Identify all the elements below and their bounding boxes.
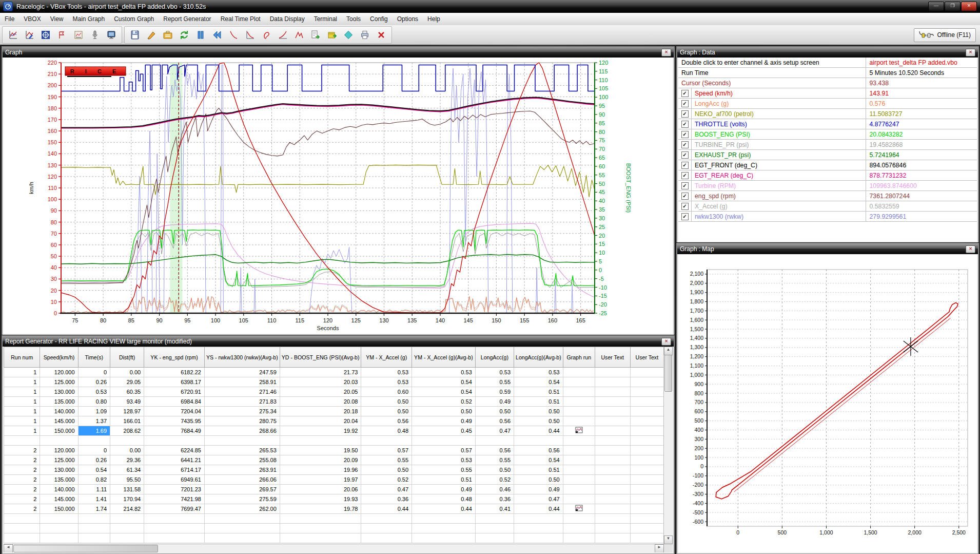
cell[interactable]: 0.48 [412,494,476,504]
channel-checkbox[interactable]: ✓ [681,90,689,97]
cell[interactable] [563,485,595,494]
print-icon[interactable] [358,28,372,42]
channel-checkbox[interactable]: ✓ [681,203,689,210]
cell[interactable]: 135.000 [40,397,78,407]
channel-checkbox[interactable]: ✓ [681,182,689,189]
cell[interactable]: 0.50 [361,397,412,407]
cell[interactable]: 0.50 [475,465,514,475]
cell[interactable] [514,533,563,543]
report-panel-titlebar[interactable]: Report Generator - RR LIFE RACING VIEW l… [3,336,674,347]
cell[interactable]: 0.41 [475,504,514,514]
scroll-left-icon[interactable]: ◄ [4,544,13,552]
cell[interactable]: 1.41 [78,494,110,504]
marker-edit-icon[interactable] [144,28,159,42]
cell[interactable] [630,533,663,543]
cell[interactable]: 0.51 [514,387,563,397]
cell[interactable]: 0.47 [475,426,514,436]
cell[interactable]: 29.36 [110,455,144,465]
cell[interactable] [110,524,144,533]
cell[interactable]: 0.55 [361,455,412,465]
channel-row-rwkw1300[interactable]: ✓rwkw1300 (rwkw)279.9299561 [678,212,977,222]
cell[interactable]: 0.56 [361,416,412,426]
cell[interactable]: 0.49 [412,416,476,426]
cell[interactable]: 1 [4,368,40,377]
cell[interactable] [563,455,595,465]
cell[interactable] [630,504,663,514]
cell[interactable]: 0.51 [514,397,563,407]
cell[interactable]: 0.60 [361,387,412,397]
cell[interactable] [4,436,40,446]
cell[interactable]: 0.49 [475,397,514,407]
cell[interactable] [514,524,563,533]
data-panel-titlebar[interactable]: Graph : Data ✕ [677,47,978,58]
cell[interactable]: 0.54 [514,377,563,387]
cell[interactable] [595,485,630,494]
cell[interactable]: 0.44 [514,426,563,436]
cell[interactable]: 0.52 [412,397,476,407]
cell[interactable]: 150.000 [40,504,78,514]
menu-item-view[interactable]: View [46,13,68,25]
cell[interactable]: 95.50 [110,475,144,485]
cell[interactable]: 130.000 [40,387,78,397]
cell[interactable]: 2 [4,446,40,455]
cell[interactable] [514,436,563,446]
cell[interactable] [514,514,563,524]
cell[interactable]: 0.54 [412,377,476,387]
cell[interactable] [563,436,595,446]
report-chart-icon[interactable] [71,28,86,42]
toolbox-icon[interactable] [161,28,175,42]
column-header-1[interactable]: Speed(km/h) [40,347,78,368]
cell[interactable]: 135.000 [40,475,78,485]
cell[interactable]: 208.62 [110,426,144,436]
menu-item-report-generator[interactable]: Report Generator [159,13,215,25]
scroll-down-icon[interactable]: ▼ [664,536,673,544]
column-header-13[interactable]: User Text [630,347,663,368]
cell[interactable] [412,514,476,524]
cell[interactable]: 0.56 [514,446,563,455]
cell[interactable]: 19.78 [280,504,361,514]
close-button[interactable]: ✕ [961,2,977,11]
cell[interactable]: 125.000 [40,377,78,387]
cell[interactable]: 2 [4,504,40,514]
cell[interactable] [280,524,361,533]
column-header-9[interactable]: LongAcc(g) [475,347,514,368]
cell[interactable]: 0 [78,446,110,455]
cell[interactable] [4,533,40,543]
maximize-button[interactable]: ❐ [945,2,961,11]
column-header-6[interactable]: YD - BOOST_ENG (PSI)(Avg-b) [280,347,361,368]
cell[interactable]: 0.59 [475,387,514,397]
cell[interactable] [78,514,110,524]
cell[interactable]: 2 [4,465,40,475]
cell[interactable]: 6224.85 [144,446,205,455]
cell[interactable] [630,494,663,504]
report-vertical-scrollbar[interactable]: ▲ ▼ [663,347,673,544]
cell[interactable]: 258.91 [204,377,280,387]
cell[interactable]: 7699.47 [144,504,205,514]
cell[interactable]: 0.48 [361,426,412,436]
cell[interactable]: 0.50 [514,475,563,485]
cell[interactable] [563,368,595,377]
cell[interactable] [595,387,630,397]
cell[interactable] [361,436,412,446]
cell[interactable]: 20.03 [280,377,361,387]
menu-item-options[interactable]: Options [393,13,423,25]
cell[interactable]: 6182.22 [144,368,205,377]
diamond-tag-icon[interactable] [341,28,356,42]
cell[interactable]: 0.53 [412,368,476,377]
cell[interactable]: 275.34 [204,407,280,416]
cell[interactable]: 0.45 [412,426,476,436]
cell[interactable]: 1.09 [78,407,110,416]
channel-checkbox[interactable]: ✓ [681,131,689,138]
channel-checkbox[interactable]: ✓ [681,100,689,107]
cell[interactable]: 6984.84 [144,397,205,407]
channel-row-turbine_pr[interactable]: ✓TURBINE_PR (psi)19.4582868 [678,140,977,150]
cell[interactable] [475,524,514,533]
cell[interactable] [40,533,78,543]
cell[interactable] [630,465,663,475]
cell[interactable] [630,485,663,494]
cell[interactable] [110,514,144,524]
channel-checkbox[interactable]: ✓ [681,193,689,200]
cell[interactable]: 0.52 [475,475,514,485]
column-header-11[interactable]: Graph run [563,347,595,368]
cell[interactable]: 0.54 [514,455,563,465]
